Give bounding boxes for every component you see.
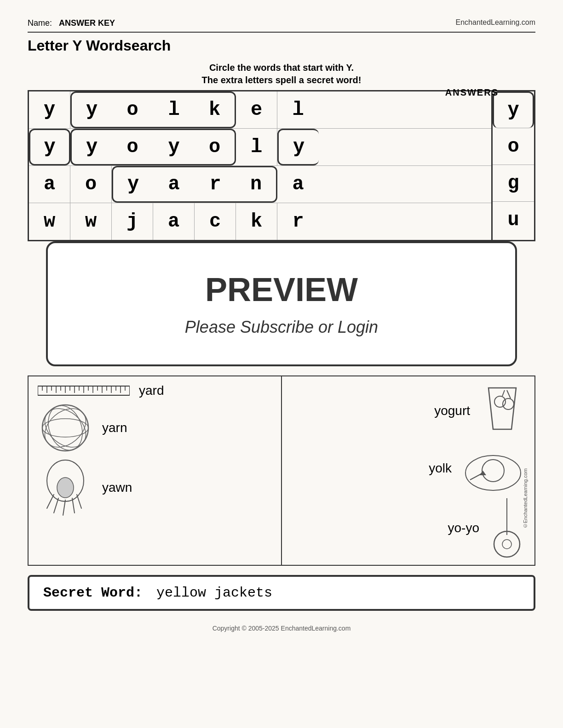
ruler-icon (38, 384, 130, 398)
wordsearch-grid: y y o l k e l y y o y o l y a o (28, 90, 535, 241)
cell-r4c7: r (277, 203, 319, 240)
svg-point-41 (494, 531, 520, 557)
cell-r1c5: k (195, 91, 236, 128)
cell-r3c1: a (29, 166, 70, 203)
yolk-label: yolk (429, 461, 452, 476)
svg-line-35 (507, 390, 511, 398)
svg-line-29 (63, 500, 65, 515)
cell-r1c4: l (153, 91, 195, 128)
name-value: ANSWER KEY (59, 18, 115, 28)
secret-word-value: yellow jackets (156, 585, 272, 601)
cell-r2c4: y (153, 129, 195, 165)
side-cell-2: o (493, 128, 534, 165)
illus-yard: yard (38, 383, 272, 398)
svg-point-26 (57, 478, 74, 498)
cell-r3c4: a (153, 166, 195, 203)
egg-yolk-icon (461, 443, 525, 494)
yarn-ball-icon (38, 403, 93, 453)
cell-r4c4: a (153, 203, 195, 240)
grid-row-2: y y o y o l y (29, 129, 491, 166)
cell-r1c6: e (236, 91, 277, 128)
yogurt-cup-icon (479, 383, 525, 438)
illus-right-panel: yogurt yolk (282, 376, 534, 565)
cell-r1c1: y (29, 91, 70, 128)
cell-r1c3: o (112, 91, 153, 128)
page-title: Letter Y Wordsearch (28, 37, 535, 54)
cell-r4c2: w (70, 203, 112, 240)
cell-r3c7: a (277, 166, 319, 203)
site-name: EnchantedLearning.com (456, 18, 535, 27)
illus-yarn: yarn (38, 403, 272, 453)
yarn-label: yarn (102, 421, 127, 435)
cell-r2c5: o (195, 129, 236, 165)
cell-r3c2: o (70, 166, 112, 203)
page: Name: ANSWER KEY EnchantedLearning.com L… (0, 0, 563, 728)
illus-yawn: yawn (38, 458, 272, 518)
illus-yoyo: yo-yo (291, 498, 525, 558)
svg-line-28 (54, 498, 58, 513)
cell-r4c1: w (29, 203, 70, 240)
yogurt-label: yogurt (434, 404, 470, 418)
cell-r1c2: y (70, 91, 112, 128)
grid-row-1: y y o l k e l (29, 91, 491, 129)
side-column: y o g u (491, 91, 534, 240)
cell-r3c6: n (236, 166, 277, 203)
svg-line-31 (77, 495, 81, 508)
side-cell-3: g (493, 165, 534, 202)
instruction-line2: The extra letters spell a secret word! (28, 75, 535, 85)
cell-r4c6: k (236, 203, 277, 240)
name-line: Name: ANSWER KEY (28, 18, 115, 28)
top-bar: Name: ANSWER KEY EnchantedLearning.com (28, 18, 535, 33)
illustrations-section: yard yarn (28, 375, 535, 566)
svg-point-36 (465, 455, 521, 490)
side-cell-1: y (493, 91, 534, 128)
secret-word-label: Secret Word: (43, 585, 143, 601)
cell-r2c6: l (236, 129, 277, 165)
svg-line-27 (47, 495, 54, 508)
yard-label: yard (139, 383, 164, 398)
yawn-hand-icon (38, 458, 93, 518)
cell-r3c5: r (195, 166, 236, 203)
svg-line-34 (502, 390, 505, 396)
svg-marker-39 (479, 471, 486, 475)
grid-row-3: a o y a r n a (29, 166, 491, 203)
secret-word-box: Secret Word: yellow jackets (28, 575, 535, 611)
cell-r3c3: y (112, 166, 153, 203)
instruction-line1: Circle the words that start with Y. (28, 63, 535, 73)
illus-yolk: yolk (291, 443, 525, 494)
name-label: Name: (28, 18, 52, 28)
svg-point-33 (503, 398, 514, 410)
cell-r1c7: l (277, 91, 319, 128)
svg-point-42 (502, 540, 511, 549)
illus-left-panel: yard yarn (29, 376, 282, 565)
yoyo-label: yo-yo (448, 521, 479, 535)
yawn-label: yawn (102, 480, 132, 495)
svg-point-23 (38, 403, 93, 453)
svg-point-37 (482, 460, 504, 482)
cell-r2c7: y (277, 129, 319, 165)
grid-row-4: w w j a c k r (29, 203, 491, 240)
cell-r4c5: c (195, 203, 236, 240)
cell-r2c2: y (70, 129, 112, 165)
cell-r2c1: y (29, 129, 70, 165)
svg-line-30 (72, 498, 75, 513)
svg-point-24 (42, 403, 88, 453)
cell-r2c3: o (112, 129, 153, 165)
yoyo-icon (488, 498, 525, 558)
cell-r4c3: j (112, 203, 153, 240)
preview-subtitle: Please Subscribe or Login (66, 318, 497, 337)
svg-point-32 (494, 396, 506, 407)
answers-label: ANSWERS (445, 87, 499, 98)
side-cell-4: u (493, 202, 534, 239)
copyright: Copyright © 2005-2025 EnchantedLearning.… (28, 625, 535, 632)
main-grid-area: y y o l k e l y y o y o l y a o (29, 91, 491, 240)
illus-yogurt: yogurt (291, 383, 525, 438)
enchanted-watermark: ©EnchantedLearning.com (523, 468, 528, 529)
preview-overlay: PREVIEW Please Subscribe or Login (46, 241, 517, 366)
preview-title: PREVIEW (66, 271, 497, 308)
